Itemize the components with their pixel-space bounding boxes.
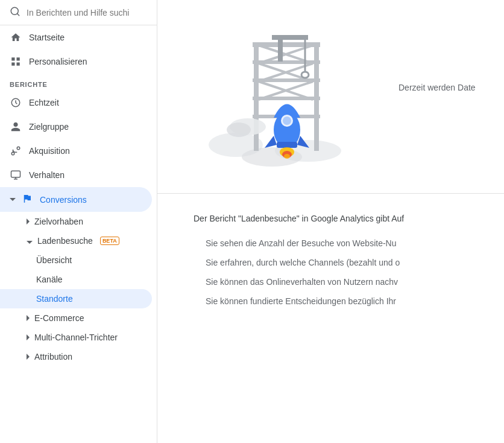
svg-rect-35 — [277, 142, 297, 148]
flag-icon — [22, 193, 33, 206]
sidebar-item-label: Übersicht — [36, 255, 72, 265]
beta-badge: BETA — [100, 237, 119, 245]
sidebar-item-akquisition[interactable]: Akquisition — [0, 139, 152, 163]
expand-arrow-icon — [27, 236, 33, 246]
list-item: Sie können das Onlineverhalten von Nutze… — [206, 273, 480, 290]
main-content: Derzeit werden Date Der Bericht "Ladenbe… — [157, 0, 504, 443]
monitor-icon — [10, 169, 22, 181]
sidebar-item-kanaele[interactable]: Kanäle — [0, 270, 152, 289]
svg-rect-3 — [17, 57, 20, 60]
sidebar-item-zielgruppe[interactable]: Zielgruppe — [0, 115, 152, 139]
svg-point-8 — [17, 147, 20, 150]
description-section: Der Bericht "Ladenbesuche" in Google Ana… — [157, 194, 504, 330]
sidebar-item-uebersicht[interactable]: Übersicht — [0, 250, 152, 270]
sidebar-item-label: Echtzeit — [29, 98, 59, 107]
expand-arrow-icon — [27, 313, 30, 323]
svg-rect-29 — [272, 35, 308, 40]
svg-rect-28 — [278, 37, 283, 62]
sidebar-item-attribution[interactable]: Attribution — [0, 347, 152, 366]
sidebar-item-label: E-Commerce — [34, 313, 84, 323]
sidebar-item-label: Conversions — [40, 195, 87, 205]
sidebar: Startseite Personalisieren BERICHTE Echt… — [0, 0, 157, 443]
svg-point-31 — [301, 72, 309, 78]
sidebar-item-label: Akquisition — [29, 146, 70, 156]
sidebar-item-label: Kanäle — [36, 275, 63, 284]
text-section: Derzeit werden Date — [398, 71, 480, 123]
description-title: Der Bericht "Ladenbesuche" in Google Ana… — [194, 212, 480, 225]
person-icon — [10, 121, 22, 133]
svg-line-1 — [17, 13, 19, 15]
list-item: Sie erfahren, durch welche Channels (bez… — [206, 254, 480, 271]
sidebar-item-label: Multi-Channel-Trichter — [34, 333, 118, 342]
expand-icon — [10, 198, 14, 201]
svg-point-40 — [227, 123, 251, 137]
list-item: Sie können fundierte Entscheidungen bezü… — [206, 293, 480, 310]
sidebar-item-label: Verhalten — [29, 170, 65, 180]
svg-rect-5 — [17, 63, 20, 66]
svg-rect-9 — [11, 171, 20, 177]
sidebar-item-multichannel[interactable]: Multi-Channel-Trichter — [0, 328, 152, 347]
svg-rect-4 — [11, 63, 14, 66]
sidebar-item-conversions[interactable]: Conversions — [0, 187, 152, 212]
expand-arrow-icon — [27, 217, 30, 226]
home-icon — [10, 31, 22, 43]
expand-arrow-icon — [27, 352, 30, 362]
svg-point-34 — [283, 116, 291, 125]
search-input[interactable] — [27, 8, 147, 18]
expand-arrow-icon — [27, 333, 30, 342]
branch-icon — [10, 145, 22, 157]
list-item: Sie sehen die Anzahl der Besuche von Web… — [206, 235, 480, 252]
sidebar-item-personalisieren[interactable]: Personalisieren — [0, 49, 152, 74]
sidebar-item-ecommerce[interactable]: E-Commerce — [0, 308, 152, 328]
sidebar-item-label: Attribution — [34, 352, 72, 362]
sidebar-item-label: Zielvorhaben — [34, 217, 83, 226]
sidebar-item-startseite[interactable]: Startseite — [0, 25, 152, 49]
svg-rect-2 — [11, 57, 14, 60]
svg-point-7 — [11, 152, 14, 155]
search-icon — [10, 6, 20, 19]
description-list: Sie sehen die Anzahl der Besuche von Web… — [194, 235, 480, 310]
sidebar-item-label: Zielgruppe — [29, 122, 69, 132]
sidebar-item-verhalten[interactable]: Verhalten — [0, 163, 152, 187]
sidebar-item-ladenbesuche[interactable]: Ladenbesuche BETA — [0, 231, 152, 250]
partial-text: Derzeit werden Date — [398, 83, 480, 92]
sidebar-item-echtzeit[interactable]: Echtzeit — [0, 91, 152, 115]
clock-icon — [10, 97, 22, 109]
sidebar-item-label: Ladenbesuche — [37, 236, 93, 246]
grid-icon — [10, 56, 22, 68]
sidebar-item-zielvorhaben[interactable]: Zielvorhaben — [0, 212, 152, 231]
rocket-illustration — [194, 24, 374, 169]
search-bar[interactable] — [0, 0, 157, 25]
svg-point-38 — [284, 154, 290, 159]
sidebar-item-label: Standorte — [36, 294, 73, 304]
sidebar-item-label: Startseite — [29, 33, 65, 42]
sidebar-item-standorte[interactable]: Standorte — [0, 289, 152, 308]
illustration-section: Derzeit werden Date — [157, 0, 504, 194]
sidebar-item-label: Personalisieren — [29, 57, 87, 66]
section-label-berichte: BERICHTE — [0, 74, 157, 91]
